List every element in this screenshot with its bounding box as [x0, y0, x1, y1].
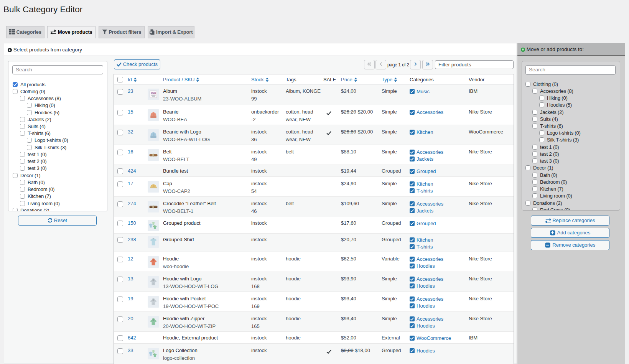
svg-text:WOO: WOO: [151, 92, 156, 94]
